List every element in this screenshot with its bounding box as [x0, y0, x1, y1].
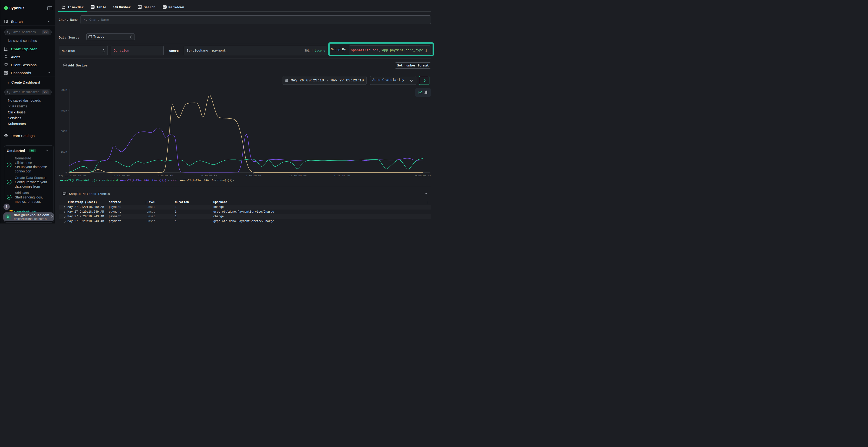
svg-text:6:30:00 PM: 6:30:00 PM: [201, 174, 217, 177]
svg-text:600M: 600M: [61, 89, 67, 92]
svg-text:150M: 150M: [61, 150, 67, 153]
svg-text:3:30:00 AM: 3:30:00 AM: [334, 174, 350, 177]
svg-text:3:30:00 PM: 3:30:00 PM: [157, 174, 173, 177]
svg-text:9:30:00 PM: 9:30:00 PM: [245, 174, 261, 177]
svg-text:0: 0: [65, 171, 67, 174]
svg-text:May 26 9:00:00 AM: May 26 9:00:00 AM: [59, 174, 86, 177]
svg-text:300M: 300M: [61, 130, 67, 133]
svg-text:450M: 450M: [61, 109, 67, 112]
svg-text:9:00:00 AM: 9:00:00 AM: [415, 174, 431, 177]
svg-text:12:30:00 PM: 12:30:00 PM: [112, 174, 130, 177]
svg-text:12:30:00 AM: 12:30:00 AM: [289, 174, 306, 177]
